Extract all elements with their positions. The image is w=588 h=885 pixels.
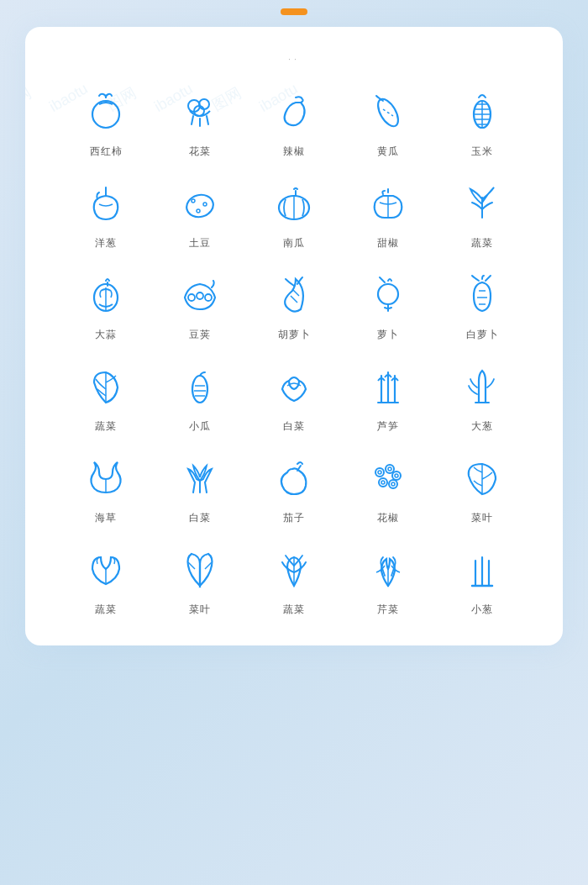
radish-icon bbox=[361, 269, 415, 323]
svg-point-21 bbox=[188, 294, 195, 301]
leaf-label: 菜叶 bbox=[471, 511, 493, 525]
svg-point-43 bbox=[391, 482, 395, 486]
garlic-icon bbox=[79, 269, 133, 323]
herbsc-label: 蔬菜 bbox=[283, 603, 305, 617]
icon-item-cabbage: 白菜 bbox=[247, 354, 341, 437]
cucumber-label: 黄瓜 bbox=[377, 145, 399, 159]
leafb-icon bbox=[173, 544, 227, 598]
icon-item-potato: 土豆 bbox=[153, 171, 247, 254]
onion-label: 洋葱 bbox=[95, 236, 117, 250]
corn-icon bbox=[455, 86, 509, 140]
celery-label: 芹菜 bbox=[377, 603, 399, 617]
bokchoy-icon bbox=[173, 452, 227, 506]
greenonion2-label: 大葱 bbox=[471, 419, 493, 434]
icon-item-leafb: 菜叶 bbox=[153, 537, 247, 620]
herbsc-icon bbox=[267, 544, 321, 598]
svg-point-24 bbox=[378, 284, 398, 304]
svg-point-42 bbox=[395, 474, 398, 477]
icon-item-sichuan: 花椒 bbox=[341, 445, 435, 529]
icon-item-radish: 萝卜 bbox=[341, 262, 435, 345]
icon-item-zucchini: 小瓜 bbox=[153, 354, 247, 437]
celery-icon bbox=[361, 544, 415, 598]
svg-point-22 bbox=[197, 292, 203, 299]
bokchoy-label: 白菜 bbox=[189, 511, 211, 525]
svg-point-0 bbox=[92, 101, 119, 128]
leafyveg-icon bbox=[79, 361, 133, 414]
icon-item-greenonion2: 大葱 bbox=[435, 354, 529, 437]
svg-point-28 bbox=[192, 376, 207, 403]
icon-item-whiteradish: 白萝卜 bbox=[435, 262, 529, 345]
radish-label: 萝卜 bbox=[377, 328, 399, 342]
eggplant-icon bbox=[267, 452, 321, 506]
leafyveg-label: 蔬菜 bbox=[95, 419, 117, 434]
icon-item-asparagus: 芦笋 bbox=[341, 354, 435, 437]
chili-label: 辣椒 bbox=[283, 145, 305, 159]
potato-label: 土豆 bbox=[189, 236, 211, 250]
svg-point-38 bbox=[389, 480, 397, 488]
icon-item-garlic: 大蒜 bbox=[59, 262, 153, 345]
greens-icon bbox=[455, 177, 509, 231]
seaweed-label: 海草 bbox=[95, 511, 117, 525]
icon-item-eggplant: 茄子 bbox=[247, 445, 341, 529]
herbs-icon bbox=[79, 544, 133, 598]
leaf-icon bbox=[455, 452, 509, 506]
sichuan-icon bbox=[361, 452, 415, 506]
bellpepper-icon bbox=[361, 177, 415, 231]
icon-item-leaf: 菜叶 bbox=[435, 445, 529, 529]
svg-point-2 bbox=[199, 99, 209, 109]
svg-point-23 bbox=[205, 294, 212, 301]
carrot-label: 胡萝卜 bbox=[278, 328, 311, 342]
whiteradish-label: 白萝卜 bbox=[466, 328, 499, 342]
icon-item-cucumber: 黄瓜 bbox=[341, 79, 435, 162]
svg-line-5 bbox=[383, 109, 393, 116]
sichuan-label: 花椒 bbox=[377, 511, 399, 525]
chili-icon bbox=[267, 86, 321, 140]
svg-point-14 bbox=[192, 199, 195, 203]
tomato-label: 西红柿 bbox=[90, 145, 123, 159]
icon-item-chives: 小葱 bbox=[435, 537, 529, 620]
herbs-label: 蔬菜 bbox=[95, 603, 117, 617]
asparagus-label: 芦笋 bbox=[377, 419, 399, 434]
cabbage-icon bbox=[267, 361, 321, 414]
icon-item-pumpkin: 南瓜 bbox=[247, 171, 341, 254]
carrot-icon bbox=[267, 269, 321, 323]
icon-item-tomato: 西红柿 bbox=[59, 79, 153, 162]
seaweed-icon bbox=[79, 452, 133, 506]
svg-point-35 bbox=[375, 468, 384, 477]
garlic-label: 大蒜 bbox=[95, 328, 117, 342]
asparagus-icon bbox=[361, 361, 415, 414]
eggplant-label: 茄子 bbox=[283, 511, 305, 525]
icon-item-corn: 玉米 bbox=[435, 79, 529, 162]
whiteradish-icon bbox=[455, 269, 509, 323]
icon-item-bellpepper: 甜椒 bbox=[341, 171, 435, 254]
icon-item-bokchoy: 白菜 bbox=[153, 445, 247, 529]
icon-item-carrot: 胡萝卜 bbox=[247, 262, 341, 345]
svg-point-16 bbox=[197, 209, 200, 213]
icon-item-herbsc: 蔬菜 bbox=[247, 537, 341, 620]
svg-point-36 bbox=[386, 465, 394, 473]
corn-label: 玉米 bbox=[471, 145, 493, 159]
onion-icon bbox=[79, 177, 133, 231]
icon-item-peas: 豆荚 bbox=[153, 262, 247, 345]
leafb-label: 菜叶 bbox=[189, 603, 211, 617]
icon-item-leafyveg: 蔬菜 bbox=[59, 354, 153, 437]
svg-point-41 bbox=[388, 467, 391, 471]
pumpkin-label: 南瓜 bbox=[283, 236, 305, 250]
pumpkin-icon bbox=[267, 177, 321, 231]
icon-grid: 西红柿 花菜 辣椒 黄瓜 玉米 洋葱 土豆 南瓜 bbox=[59, 79, 529, 620]
icon-item-chili: 辣椒 bbox=[247, 79, 341, 162]
cauliflower-icon bbox=[173, 86, 227, 140]
svg-point-15 bbox=[203, 203, 207, 206]
icon-item-celery: 芹菜 bbox=[341, 537, 435, 620]
card: 图网 ibaotu 图网 ibaotu 图网 ibaotu 图网 ibaotu … bbox=[25, 27, 563, 645]
bellpepper-label: 甜椒 bbox=[377, 236, 399, 250]
cucumber-icon bbox=[361, 86, 415, 140]
icon-item-onion: 洋葱 bbox=[59, 171, 153, 254]
potato-icon bbox=[173, 177, 227, 231]
svg-point-44 bbox=[381, 481, 385, 484]
svg-point-13 bbox=[184, 192, 216, 219]
zucchini-icon bbox=[173, 361, 227, 414]
chives-label: 小葱 bbox=[471, 603, 493, 617]
top-badge bbox=[281, 8, 307, 15]
zucchini-label: 小瓜 bbox=[189, 419, 211, 434]
